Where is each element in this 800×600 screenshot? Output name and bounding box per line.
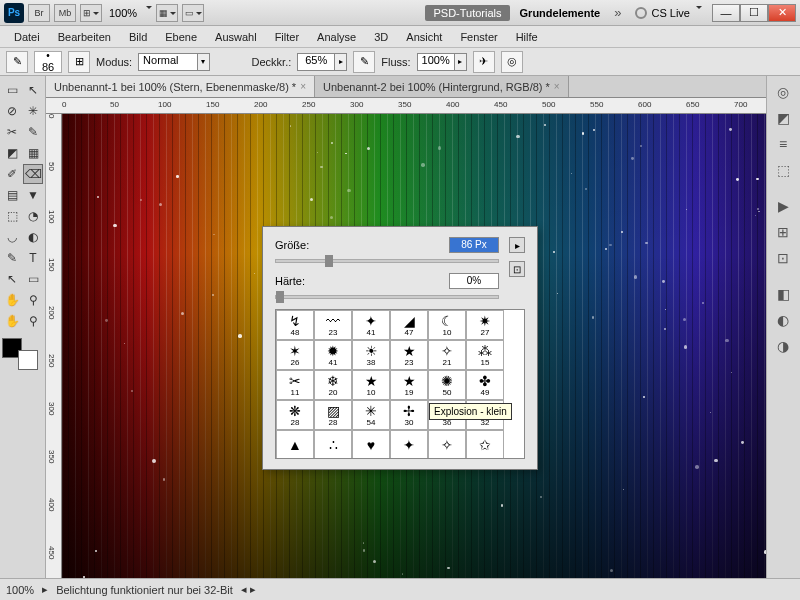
tool-0-0[interactable]: ▭ — [2, 80, 22, 100]
cslive-button[interactable]: CS Live — [629, 7, 708, 19]
maximize-button[interactable]: ☐ — [740, 4, 768, 22]
brush-preset-cell[interactable]: ✦41 — [352, 310, 390, 340]
brush-preset-cell[interactable]: ∴ — [314, 430, 352, 459]
tool-1-0[interactable]: ⊘ — [2, 101, 22, 121]
tool-11-0[interactable]: ✋ — [2, 311, 22, 331]
tool-preset-button[interactable]: ✎ — [6, 51, 28, 73]
menu-ansicht[interactable]: Ansicht — [398, 29, 450, 45]
tool-3-1[interactable]: ▦ — [23, 143, 43, 163]
brush-hardness-input[interactable]: 0% — [449, 273, 499, 289]
tool-8-1[interactable]: T — [23, 248, 43, 268]
tablet-pressure-button[interactable]: ◎ — [501, 51, 523, 73]
menu-ebene[interactable]: Ebene — [157, 29, 205, 45]
brush-preset-cell[interactable]: ✧ — [428, 430, 466, 459]
menu-analyse[interactable]: Analyse — [309, 29, 364, 45]
menu-datei[interactable]: Datei — [6, 29, 48, 45]
brush-preset-cell[interactable]: ★19 — [390, 370, 428, 400]
brush-preset-cell[interactable]: ↯48 — [276, 310, 314, 340]
blend-mode-select[interactable]: Normal — [138, 53, 197, 71]
minimize-button[interactable]: — — [712, 4, 740, 22]
menu-3d[interactable]: 3D — [366, 29, 396, 45]
ruler-vertical[interactable]: 050100150200250300350400450 — [46, 114, 62, 578]
tool-0-1[interactable]: ↖ — [23, 80, 43, 100]
arrange-dropdown[interactable]: ▦ — [156, 4, 178, 22]
brush-size-input[interactable]: 86 Px — [449, 237, 499, 253]
brush-preset-cell[interactable]: ✤49 — [466, 370, 504, 400]
menu-auswahl[interactable]: Auswahl — [207, 29, 265, 45]
tool-10-1[interactable]: ⚲ — [23, 290, 43, 310]
brush-preset-cell[interactable]: ★10 — [352, 370, 390, 400]
tool-2-1[interactable]: ✎ — [23, 122, 43, 142]
document-tab[interactable]: Unbenannt-1 bei 100% (Stern, Ebenenmaske… — [46, 76, 315, 97]
brush-hardness-slider[interactable] — [275, 295, 499, 299]
new-preset-button[interactable]: ⊡ — [509, 261, 525, 277]
brush-preset-cell[interactable]: ✂11 — [276, 370, 314, 400]
brush-preset-cell[interactable]: ♥ — [352, 430, 390, 459]
panel-icon-9[interactable]: ◧ — [769, 282, 797, 306]
panel-icon-2[interactable]: ≡ — [769, 132, 797, 156]
tool-9-1[interactable]: ▭ — [23, 269, 43, 289]
workspace-name[interactable]: Grundelemente — [520, 7, 601, 19]
flow-arrow-icon[interactable]: ▸ — [455, 53, 467, 71]
panel-icon-1[interactable]: ◩ — [769, 106, 797, 130]
tool-7-1[interactable]: ◐ — [23, 227, 43, 247]
brush-preset-cell[interactable]: ☾10 — [428, 310, 466, 340]
tool-4-1[interactable]: ⌫ — [23, 164, 43, 184]
tool-3-0[interactable]: ◩ — [2, 143, 22, 163]
panel-icon-11[interactable]: ◑ — [769, 334, 797, 358]
tool-4-0[interactable]: ✐ — [2, 164, 22, 184]
screen-mode-dropdown[interactable]: ▭ — [182, 4, 204, 22]
zoom-dropdown-icon[interactable] — [144, 7, 152, 19]
opacity-arrow-icon[interactable]: ▸ — [335, 53, 347, 71]
minibridge-button[interactable]: Mb — [54, 4, 76, 22]
view-extras-dropdown[interactable]: ⊞ — [80, 4, 102, 22]
brush-preset-cell[interactable]: ★23 — [390, 340, 428, 370]
tool-10-0[interactable]: ✋ — [2, 290, 22, 310]
tool-9-0[interactable]: ↖ — [2, 269, 22, 289]
panel-icon-10[interactable]: ◐ — [769, 308, 797, 332]
menu-bearbeiten[interactable]: Bearbeiten — [50, 29, 119, 45]
tool-6-1[interactable]: ◔ — [23, 206, 43, 226]
brush-preset-cell[interactable]: ✳54 — [352, 400, 390, 430]
close-button[interactable]: ✕ — [768, 4, 796, 22]
menu-bild[interactable]: Bild — [121, 29, 155, 45]
brush-preset-cell[interactable]: 〰23 — [314, 310, 352, 340]
tab-close-icon[interactable]: × — [300, 81, 306, 92]
panel-menu-button[interactable]: ▸ — [509, 237, 525, 253]
panel-icon-3[interactable]: ⬚ — [769, 158, 797, 182]
status-zoom[interactable]: 100% — [6, 584, 34, 596]
tool-5-0[interactable]: ▤ — [2, 185, 22, 205]
brush-preset-cell[interactable]: ◢47 — [390, 310, 428, 340]
brush-preset-cell[interactable]: ▨28 — [314, 400, 352, 430]
brush-preset-cell[interactable]: ❋28 — [276, 400, 314, 430]
tool-11-1[interactable]: ⚲ — [23, 311, 43, 331]
menu-fenster[interactable]: Fenster — [452, 29, 505, 45]
brush-preset-cell[interactable]: ✺50 — [428, 370, 466, 400]
brush-preset-cell[interactable]: ✦ — [390, 430, 428, 459]
panel-icon-6[interactable]: ⊞ — [769, 220, 797, 244]
bridge-button[interactable]: Br — [28, 4, 50, 22]
panel-icon-5[interactable]: ▶ — [769, 194, 797, 218]
flow-input[interactable]: 100% — [417, 53, 455, 71]
brush-preset-cell[interactable]: ⁂15 — [466, 340, 504, 370]
brush-preset-cell[interactable]: ✢30 — [390, 400, 428, 430]
brush-preset-cell[interactable]: ✹41 — [314, 340, 352, 370]
blend-mode-arrow-icon[interactable]: ▾ — [198, 53, 210, 71]
brush-preset-cell[interactable]: ☀38 — [352, 340, 390, 370]
brush-preset-cell[interactable]: ✧21 — [428, 340, 466, 370]
opacity-pressure-button[interactable]: ✎ — [353, 51, 375, 73]
document-tab[interactable]: Unbenannt-2 bei 100% (Hintergrund, RGB/8… — [315, 76, 569, 97]
tab-close-icon[interactable]: × — [554, 81, 560, 92]
panel-icon-0[interactable]: ◎ — [769, 80, 797, 104]
tool-7-0[interactable]: ◡ — [2, 227, 22, 247]
opacity-input[interactable]: 65% — [297, 53, 335, 71]
brush-preset-cell[interactable]: ✶26 — [276, 340, 314, 370]
menu-filter[interactable]: Filter — [267, 29, 307, 45]
brush-preset-cell[interactable]: ✩ — [466, 430, 504, 459]
tool-6-0[interactable]: ⬚ — [2, 206, 22, 226]
brush-panel-toggle[interactable]: ⊞ — [68, 51, 90, 73]
airbrush-button[interactable]: ✈ — [473, 51, 495, 73]
tool-2-0[interactable]: ✂ — [2, 122, 22, 142]
ruler-horizontal[interactable]: 0501001502002503003504004505005506006507… — [46, 98, 766, 114]
menu-hilfe[interactable]: Hilfe — [508, 29, 546, 45]
